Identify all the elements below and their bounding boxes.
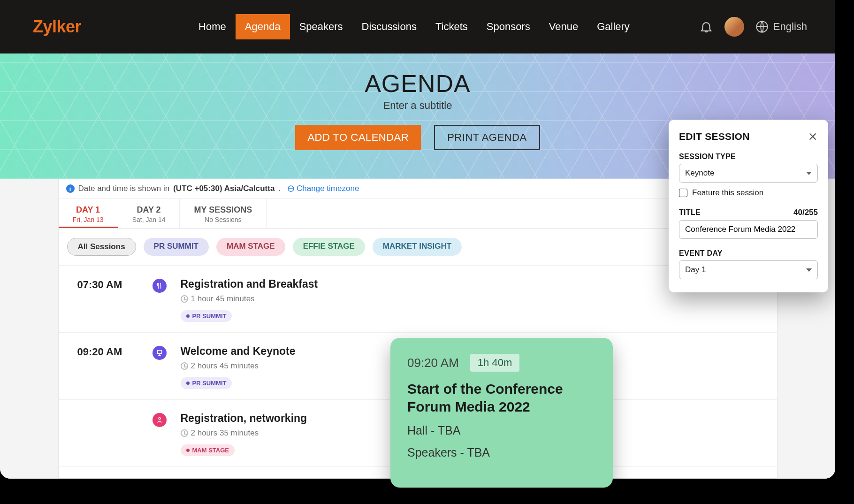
change-timezone-label: Change timezone [297,184,359,193]
bell-icon[interactable] [699,20,713,34]
tz-value: (UTC +05:30) Asia/Calcutta [173,184,274,193]
day-tab-2[interactable]: DAY 2 Sat, Jan 14 [118,199,180,228]
session-duration: 1 hour 45 minutes [181,294,758,304]
day-tab-1-label: DAY 1 [73,205,104,215]
page-title: AGENDA [0,69,835,98]
language-label: English [773,21,807,33]
filter-pr-summit[interactable]: PR SUMMIT [144,238,209,256]
edit-session-panel: EDIT SESSION SESSION TYPE Keynote Featur… [669,120,828,292]
print-agenda-button[interactable]: PRINT AGENDA [434,125,540,150]
chevron-down-icon [806,268,812,272]
nav-tickets[interactable]: Tickets [426,14,477,39]
brand-logo: Zylker [33,17,81,37]
change-timezone-link[interactable]: Change timezone [287,184,359,193]
top-nav: Zylker Home Agenda Speakers Discussions … [0,0,835,53]
day-tab-mysessions[interactable]: MY SESSIONS No Sessions [180,199,267,228]
edit-panel-header: EDIT SESSION [679,131,818,142]
nav-discussions[interactable]: Discussions [352,14,426,39]
session-duration-text: 2 hours 45 minutes [191,361,259,371]
tz-suffix: . [278,184,281,193]
edit-panel-title: EDIT SESSION [679,131,750,142]
session-preview-card[interactable]: 09:20 AM 1h 40m Start of the Conference … [390,338,613,488]
clock-icon [181,429,188,437]
keynote-icon [152,346,167,360]
session-tags: PR SUMMIT [181,310,758,322]
preview-duration-badge: 1h 40m [470,354,519,372]
topnav-right: English [699,17,807,37]
filter-effie-stage[interactable]: EFFIE STAGE [293,238,365,256]
event-day-label: EVENT DAY [679,249,818,258]
nav-speakers[interactable]: Speakers [290,14,352,39]
preview-speakers: Speakers - TBA [407,446,596,459]
preview-time: 09:20 AM [407,356,459,370]
clock-icon [181,362,188,370]
avatar[interactable] [724,17,744,37]
session-type-select[interactable]: Keynote [679,164,818,183]
nav-agenda[interactable]: Agenda [236,14,290,39]
day-tab-1[interactable]: DAY 1 Fri, Jan 13 [59,199,118,228]
session-duration-text: 1 hour 45 minutes [191,294,255,304]
clock-icon [181,295,188,303]
session-time: 07:30 AM [77,278,138,322]
chevron-down-icon [806,172,812,175]
day-tab-1-sub: Fri, Jan 13 [73,216,104,223]
feature-session-label: Feature this session [692,188,763,198]
filter-mam-stage[interactable]: MAM STAGE [216,238,285,256]
add-to-calendar-button[interactable]: ADD TO CALENDAR [295,125,421,150]
close-icon[interactable] [808,131,818,142]
title-label: TITLE [679,208,701,217]
day-tab-2-sub: Sat, Jan 14 [132,216,166,223]
tz-prefix: Date and time is shown in [78,184,170,193]
session-time [77,412,138,456]
session-time: 09:20 AM [77,345,138,389]
preview-hall: Hall - TBA [407,424,596,437]
nav-home[interactable]: Home [189,14,236,39]
nav-venue[interactable]: Venue [540,14,587,39]
session-tag: PR SUMMIT [181,310,232,322]
svg-rect-2 [157,351,161,354]
filter-market-insight[interactable]: MARKET INSIGHT [373,238,462,256]
session-type-label: SESSION TYPE [679,153,818,161]
session-type-value: Keynote [685,168,714,178]
language-picker[interactable]: English [755,20,807,33]
nav-links: Home Agenda Speakers Discussions Tickets… [189,14,639,39]
session-tag: MAM STAGE [181,444,235,456]
day-tab-my-sub: No Sessions [194,216,252,223]
network-icon [152,413,167,427]
food-icon [152,279,167,293]
session-duration-text: 2 hours 35 minutes [191,428,259,438]
filter-all-sessions[interactable]: All Sessions [67,238,136,256]
page-subtitle: Enter a subtitle [0,99,835,112]
feature-session-checkbox[interactable]: Feature this session [679,188,818,198]
title-input[interactable] [679,220,818,239]
globe-icon [755,20,769,33]
preview-row-1: 09:20 AM 1h 40m [407,354,596,372]
day-tab-2-label: DAY 2 [132,205,166,215]
nav-gallery[interactable]: Gallery [587,14,639,39]
nav-sponsors[interactable]: Sponsors [477,14,540,39]
checkbox-box [679,189,687,197]
event-day-value: Day 1 [685,265,706,275]
info-icon: i [66,184,75,193]
day-tab-my-label: MY SESSIONS [194,205,252,215]
title-char-count: 40/255 [793,208,818,217]
title-field-header: TITLE 40/255 [679,208,818,217]
preview-title: Start of the Conference Forum Media 2022 [407,380,596,415]
svg-point-3 [159,418,160,420]
session-tag: PR SUMMIT [181,377,232,389]
event-day-select[interactable]: Day 1 [679,260,818,279]
